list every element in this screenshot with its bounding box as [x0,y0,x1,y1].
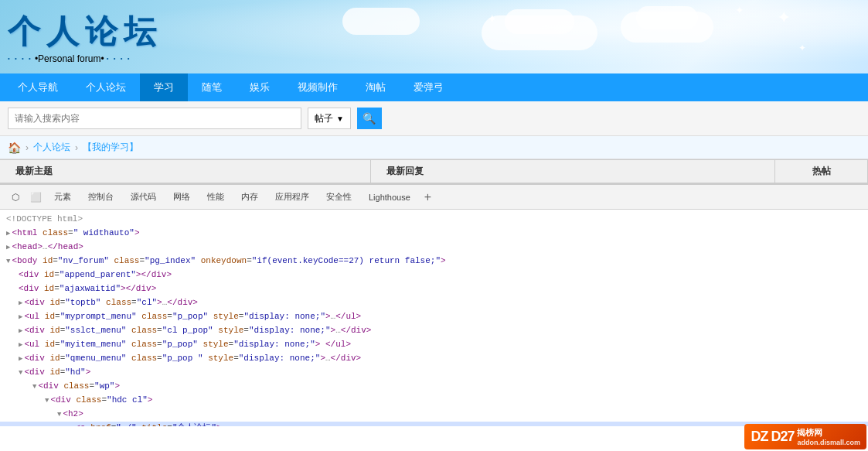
tab-lighthouse[interactable]: Lighthouse [361,190,418,205]
devtools-area: ⬡ ⬜ 元素 控制台 源代码 网络 性能 内存 应用程序 安全性 Lightho… [0,183,868,426]
dom-line-3[interactable]: ▶ <head> … </head> [0,241,868,255]
dom-line-8[interactable]: ▶ <ul id="myprompt_menu" class="p_pop" s… [0,310,868,324]
site-title: 个人论坛 [8,10,162,53]
breadcrumb-forum[interactable]: 个人论坛 [33,141,70,154]
latest-topic-header: 最新主题 [0,160,371,183]
hot-header: 热帖 [775,160,868,183]
dom-line-12[interactable]: ▼ <div id="hd" > [0,366,868,380]
nav-item-home[interactable]: 个人导航 [4,73,72,101]
dom-line-7[interactable]: ▶ <div id="toptb" class="cl" > … </div> [0,296,868,310]
tab-memory[interactable]: 内存 [233,188,266,206]
watermark: DZ D27 揭榜网 addon.dismall.com [744,424,866,426]
dom-line-6[interactable]: <div id="ajaxwaitid" ></div> [0,282,868,296]
breadcrumb: 🏠 › 个人论坛 › 【我的学习】 [0,136,868,159]
section-headers: 最新主题 最新回复 热帖 [0,159,868,183]
latest-reply-header: 最新回复 [371,160,775,183]
devtools-device-icon[interactable]: ⬜ [26,188,45,207]
search-icon: 🔍 [363,112,376,125]
devtools-toolbar: ⬡ ⬜ 元素 控制台 源代码 网络 性能 内存 应用程序 安全性 Lightho… [0,185,868,210]
nav-item-sling[interactable]: 爱弹弓 [400,73,458,101]
tab-network[interactable]: 网络 [165,188,198,206]
nav-item-notes[interactable]: 随笔 [188,73,236,101]
nav-item-forum[interactable]: 个人论坛 [72,73,140,101]
search-button[interactable]: 🔍 [357,108,382,129]
header-banner: ✦ ✦ ✦ ✦ 个人论坛 •Personal forum• [0,0,868,73]
dom-line-13[interactable]: ▼ <div class="wp" > [0,380,868,394]
search-type-dropdown[interactable]: 帖子 ▼ [308,108,351,129]
breadcrumb-study[interactable]: 【我的学习】 [83,141,138,154]
search-bar: 帖子 ▼ 🔍 [0,101,868,136]
tab-application[interactable]: 应用程序 [267,188,317,206]
dom-line-1[interactable]: <!DOCTYPE html> [0,213,868,227]
site-subtitle: •Personal forum• [8,53,162,64]
nav-item-entertainment[interactable]: 娱乐 [236,73,284,101]
nav-bar: 个人导航 个人论坛 学习 随笔 娱乐 视频制作 淘帖 爱弹弓 [0,73,868,101]
tab-security[interactable]: 安全性 [318,188,359,206]
search-input[interactable] [8,108,301,129]
tab-sources[interactable]: 源代码 [123,188,164,206]
dom-line-2[interactable]: ▶ <html class = " widthauto" > [0,227,868,241]
dom-line-9[interactable]: ▶ <div id="sslct_menu" class="cl p_pop" … [0,324,868,338]
tab-performance[interactable]: 性能 [199,188,232,206]
dom-line-10[interactable]: ▶ <ul id="myitem_menu" class="p_pop" sty… [0,338,868,352]
devtools-add-tab[interactable]: + [420,189,436,206]
tab-elements[interactable]: 元素 [46,188,79,206]
dom-line-15[interactable]: ▼ <h2> [0,408,868,422]
nav-item-video[interactable]: 视频制作 [284,73,352,101]
dom-line-4[interactable]: ▼ <body id="nv_forum" class="pg_index" o… [0,255,868,268]
dom-line-5[interactable]: <div id="append_parent" ></div> [0,268,868,282]
home-icon[interactable]: 🏠 [8,142,21,154]
dom-line-16[interactable]: ▼ <a href="./" title="个人论坛" > [0,422,868,426]
nav-item-shop[interactable]: 淘帖 [352,73,400,101]
dom-line-11[interactable]: ▶ <div id="qmenu_menu" class="p_pop " st… [0,352,868,366]
tab-console[interactable]: 控制台 [80,188,121,206]
devtools-dom-content[interactable]: <!DOCTYPE html> ▶ <html class = " widtha… [0,210,868,426]
devtools-cursor-icon[interactable]: ⬡ [6,188,25,207]
nav-item-study[interactable]: 学习 [140,73,188,101]
dom-line-14[interactable]: ▼ <div class="hdc cl" > [0,394,868,408]
